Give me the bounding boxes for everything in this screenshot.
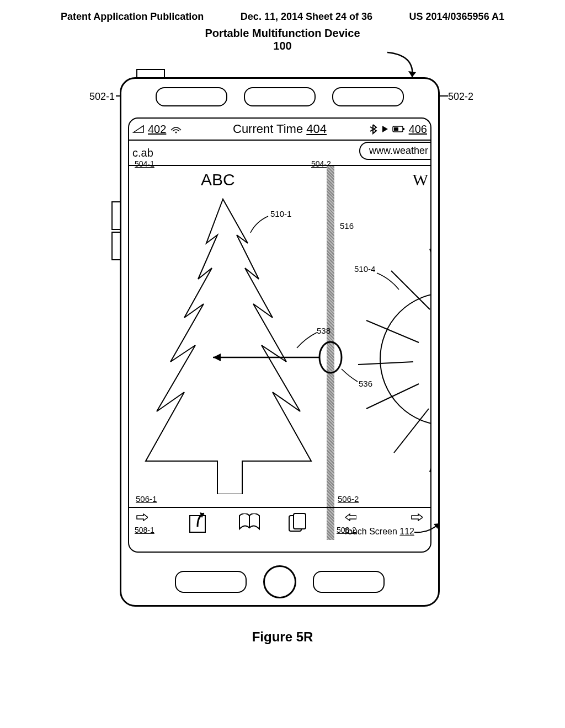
arrow-left-icon — [344, 513, 356, 521]
label-510-1: 510-1 — [270, 209, 291, 218]
bottom-pill-right — [313, 571, 385, 593]
url-left: c.ab — [129, 147, 153, 159]
url-right-text: www.weather — [369, 145, 428, 156]
label-502-1: 502-1 — [89, 91, 115, 103]
label-536: 536 — [359, 379, 372, 388]
svg-marker-18 — [213, 354, 221, 361]
status-bar: 402 Current Time 404 — [129, 119, 430, 141]
share-icon[interactable] — [186, 511, 209, 534]
content-area[interactable]: ABC W 510-1 — [129, 166, 430, 508]
content-title-right: W — [413, 170, 428, 189]
sensor-pill-1 — [156, 87, 227, 106]
divider-toolbar — [327, 508, 334, 540]
svg-point-16 — [319, 342, 342, 373]
figure-caption: Figure 5R — [0, 629, 565, 645]
label-510-4: 510-4 — [354, 264, 375, 274]
bookmarks-icon[interactable] — [237, 513, 262, 532]
leader-510-1 — [249, 213, 271, 235]
svg-line-10 — [366, 320, 419, 342]
arrow-right-icon — [136, 513, 148, 521]
url-right-pill: www.weather — [359, 142, 430, 160]
time-ref: 404 — [306, 122, 327, 136]
header-right: US 2014/0365956 A1 — [409, 11, 504, 23]
svg-marker-0 — [408, 71, 416, 77]
label-506-2: 506-2 — [338, 494, 359, 504]
top-sensor-row — [121, 87, 438, 106]
toolbar-forward-2[interactable] — [411, 513, 423, 521]
bottom-row — [121, 565, 438, 598]
label-538: 538 — [317, 326, 331, 335]
leader-510-4 — [375, 271, 402, 293]
svg-marker-24 — [434, 523, 439, 529]
bottom-pill-left — [175, 571, 247, 593]
label-516: 516 — [340, 221, 354, 231]
url-bar[interactable]: c.ab www.weather 504-1 504-2 — [129, 141, 430, 166]
figure-wrap: 502-1 502-2 402 — [73, 52, 492, 626]
device-title: Portable Multifunction Device — [0, 27, 565, 40]
sensor-pill-2 — [244, 87, 316, 106]
toolbar-forward-1[interactable] — [136, 513, 148, 521]
sensor-pill-3 — [332, 87, 404, 106]
svg-rect-23 — [294, 513, 306, 529]
leader-538 — [295, 330, 319, 350]
leader-touch-screen — [413, 521, 446, 538]
header-center: Dec. 11, 2014 Sheet 24 of 36 — [241, 11, 372, 23]
touch-screen[interactable]: 402 Current Time 404 — [128, 117, 431, 553]
time-label: Current Time — [233, 122, 303, 136]
leader-536 — [340, 367, 360, 384]
svg-line-15 — [430, 249, 430, 290]
divider-516[interactable] — [327, 166, 334, 507]
svg-line-12 — [366, 384, 419, 409]
header-left: Patent Application Publication — [61, 11, 204, 23]
label-508-1: 508-1 — [135, 526, 154, 534]
status-center: Current Time 404 — [129, 122, 430, 136]
arrow-right-icon — [411, 513, 423, 521]
label-502-2: 502-2 — [448, 91, 473, 103]
label-506-1: 506-1 — [136, 494, 157, 504]
toolbar-back-2[interactable] — [344, 513, 356, 521]
gesture-graphic — [206, 338, 350, 377]
svg-line-14 — [430, 428, 430, 472]
svg-line-11 — [358, 362, 413, 365]
tabs-icon[interactable] — [288, 512, 307, 533]
device-number: 100 — [0, 40, 565, 52]
page-header: Patent Application Publication Dec. 11, … — [0, 0, 565, 23]
home-button[interactable] — [263, 565, 296, 598]
label-touch-screen: Touch Screen 112 — [343, 527, 414, 537]
content-title-left: ABC — [201, 170, 235, 189]
